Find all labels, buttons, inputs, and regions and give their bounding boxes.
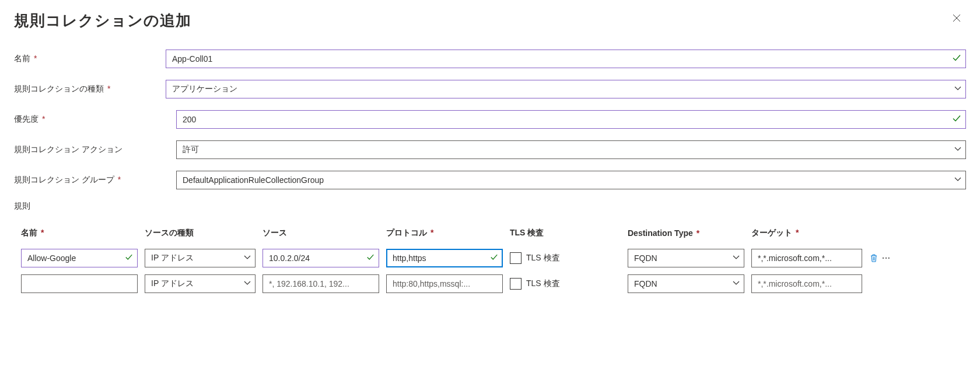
priority-label: 優先度 * bbox=[14, 114, 166, 125]
close-icon bbox=[952, 13, 961, 23]
col-tls: TLS 検査 bbox=[510, 228, 544, 238]
rule-source-type-select[interactable]: IP アドレス bbox=[145, 249, 256, 267]
rule-tls-checkbox[interactable] bbox=[510, 252, 522, 264]
col-dest-type: Destination Type bbox=[628, 228, 693, 238]
rule-dest-type-select[interactable]: FQDN bbox=[628, 249, 744, 267]
rule-source-input[interactable] bbox=[262, 249, 379, 267]
rules-section-label: 規則 bbox=[14, 201, 966, 212]
rule-name-input[interactable] bbox=[21, 249, 138, 267]
group-label: 規則コレクション グループ * bbox=[14, 175, 166, 185]
col-target: ターゲット bbox=[751, 228, 792, 237]
name-input[interactable] bbox=[166, 50, 966, 68]
rule-source-input[interactable] bbox=[262, 274, 379, 293]
page-title: 規則コレクションの追加 bbox=[14, 10, 191, 31]
action-label: 規則コレクション アクション bbox=[14, 145, 166, 155]
name-label: 名前 * bbox=[14, 54, 166, 64]
collection-type-select[interactable]: アプリケーション bbox=[166, 80, 966, 98]
col-source: ソース bbox=[262, 228, 287, 237]
rule-protocol-input[interactable] bbox=[386, 249, 503, 267]
rule-dest-type-select[interactable]: FQDN bbox=[628, 274, 744, 293]
trash-icon bbox=[869, 253, 878, 263]
priority-input[interactable] bbox=[176, 110, 966, 129]
col-name: 名前 bbox=[21, 228, 37, 237]
table-row: IP アドレス TLS 検査 FQDN bbox=[14, 274, 966, 293]
rule-target-input[interactable] bbox=[751, 249, 862, 267]
rule-target-input[interactable] bbox=[751, 274, 862, 293]
table-row: IP アドレス TLS 検査 FQDN ··· bbox=[14, 249, 966, 267]
delete-rule-button[interactable] bbox=[869, 253, 878, 263]
group-select[interactable]: DefaultApplicationRuleCollectionGroup bbox=[176, 171, 966, 189]
rule-tls-checkbox[interactable] bbox=[510, 278, 522, 290]
col-source-type: ソースの種類 bbox=[145, 228, 194, 237]
col-protocol: プロトコル bbox=[386, 228, 427, 237]
rules-table: 名前 * ソースの種類 ソース プロトコル * TLS 検査 Destinati… bbox=[14, 228, 966, 293]
rule-tls-label: TLS 検査 bbox=[526, 279, 560, 289]
action-select[interactable]: 許可 bbox=[176, 140, 966, 159]
rule-source-type-select[interactable]: IP アドレス bbox=[145, 274, 256, 293]
rule-name-input[interactable] bbox=[21, 274, 138, 293]
rule-protocol-input[interactable] bbox=[386, 274, 503, 293]
close-button[interactable] bbox=[947, 10, 966, 27]
more-button[interactable]: ··· bbox=[882, 253, 891, 263]
rule-tls-label: TLS 検査 bbox=[526, 253, 560, 263]
collection-type-label: 規則コレクションの種類 * bbox=[14, 84, 166, 94]
